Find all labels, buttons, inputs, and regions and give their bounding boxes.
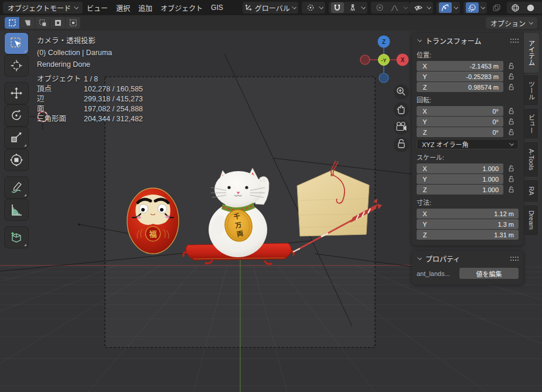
tool-select-box-button[interactable] — [5, 33, 28, 54]
svg-text:万: 万 — [234, 221, 242, 229]
tool-cursor-button[interactable] — [5, 55, 28, 76]
tool-move-button[interactable] — [5, 83, 28, 104]
transform-panel-header[interactable]: トランスフォーム — [417, 35, 519, 47]
dimensions-y-field[interactable]: Y1.3 m — [417, 219, 519, 229]
lock-icon[interactable] — [503, 118, 519, 125]
lock-icon[interactable] — [503, 129, 519, 136]
xray-toggle[interactable] — [490, 2, 503, 13]
pivot-point-dropdown[interactable] — [302, 2, 325, 13]
shading-solid-button[interactable] — [524, 2, 537, 13]
chevron-down-icon — [480, 5, 485, 9]
gizmo-neg-z-ball[interactable] — [379, 73, 388, 83]
menu-add[interactable]: 追加 — [134, 2, 156, 14]
panel-grip-icon[interactable] — [510, 39, 519, 43]
rotation-z-row: Z0° — [417, 127, 519, 137]
dimensions-x-field[interactable]: X1.12 m — [417, 209, 519, 219]
options-dropdown[interactable]: オプション — [486, 17, 537, 29]
svg-text:X: X — [401, 57, 405, 63]
menu-view[interactable]: ビュー — [83, 2, 112, 14]
stat-label: オブジェクト — [37, 74, 84, 84]
stat-value: 1 / 8 — [84, 74, 98, 84]
tab-item[interactable]: アイテム — [524, 33, 539, 73]
show-overlays-toggle[interactable] — [466, 2, 479, 13]
select-mode-subtract-button[interactable] — [50, 17, 65, 29]
dimensions-x-row: X1.12 m — [417, 209, 519, 219]
select-mode-intersect-button[interactable] — [66, 17, 80, 29]
lock-icon[interactable] — [503, 108, 519, 115]
location-x-field[interactable]: X-2.1453 m — [417, 61, 503, 71]
snap-target-icon[interactable] — [346, 2, 359, 13]
tool-annotate-button[interactable] — [5, 177, 28, 198]
mode-label: オブジェクトモード — [8, 3, 71, 13]
scale-label: スケール: — [417, 152, 519, 162]
gizmo-neg-x-ball[interactable] — [360, 55, 370, 64]
svg-text:Z: Z — [382, 39, 386, 45]
editor-header: オブジェクトモード ビュー 選択 追加 オブジェクト GIS グローバル — [0, 0, 542, 15]
location-z-field[interactable]: Z0.98574 m — [417, 82, 503, 92]
tool-scale-button[interactable] — [5, 127, 28, 148]
svg-text:-Y: -Y — [381, 57, 387, 63]
location-x-row: X-2.1453 m — [417, 61, 519, 71]
chevron-down-icon — [74, 5, 79, 9]
submenu-triangle — [24, 244, 26, 246]
lock-icon[interactable] — [503, 176, 519, 183]
render-status-text: Rendering Done — [37, 59, 143, 70]
tool-rotate-button[interactable] — [5, 105, 28, 126]
rotation-z-field[interactable]: Z0° — [417, 127, 503, 137]
scene-statistics: オブジェクト1 / 8 頂点102,278 / 160,585 辺299,318… — [37, 74, 143, 124]
scale-y-field[interactable]: Y1.000 — [417, 174, 503, 184]
transform-orientation-dropdown[interactable]: グローバル — [243, 2, 298, 13]
pivot-point-icon — [304, 2, 317, 13]
tool-transform-button[interactable] — [5, 149, 28, 171]
tab-view[interactable]: ビュー — [524, 108, 539, 139]
tool-add-cube-button[interactable] — [5, 227, 28, 248]
shading-wireframe-button[interactable] — [509, 2, 522, 13]
visibility-dropdown[interactable] — [410, 2, 433, 13]
select-mode-extend-button[interactable] — [35, 17, 50, 29]
mode-dropdown[interactable]: オブジェクトモード — [3, 2, 83, 13]
dimensions-z-field[interactable]: Z1.31 m — [417, 230, 519, 240]
location-z-row: Z0.98574 m — [417, 82, 519, 92]
lock-icon[interactable] — [503, 73, 519, 80]
show-gizmo-toggle[interactable] — [439, 2, 452, 13]
menu-select[interactable]: 選択 — [112, 2, 134, 14]
snap-magnet-toggle[interactable] — [331, 2, 344, 13]
location-y-field[interactable]: Y-0.25283 m — [417, 71, 503, 81]
lock-icon[interactable] — [503, 186, 519, 193]
lock-icon[interactable] — [503, 84, 519, 91]
proportional-falloff-icon[interactable] — [388, 2, 401, 13]
panel-collapse-icon — [417, 255, 422, 260]
eye-pointer-icon — [412, 2, 425, 13]
shading-material-button[interactable] — [540, 2, 542, 13]
rotation-x-field[interactable]: X0° — [417, 106, 503, 116]
tab-tool[interactable]: ツール — [524, 74, 539, 106]
panel-grip-icon[interactable] — [510, 257, 519, 261]
tool-measure-button[interactable] — [5, 199, 28, 220]
lock-icon[interactable] — [503, 63, 519, 70]
snapping-controls — [329, 2, 367, 13]
rotation-mode-dropdown[interactable]: XYZ オイラー角 — [417, 139, 519, 149]
tab-dream[interactable]: Dream — [524, 204, 539, 236]
tab-a-tools[interactable]: A-Tools — [524, 141, 539, 178]
scale-z-field[interactable]: Z1.000 — [417, 185, 503, 195]
menu-gis[interactable]: GIS — [207, 2, 227, 13]
select-mode-tweak-button[interactable] — [5, 17, 19, 29]
rotation-x-row: X0° — [417, 106, 519, 116]
select-mode-set-button[interactable] — [20, 17, 35, 29]
daruma-object[interactable]: 福 — [127, 188, 179, 254]
scale-x-field[interactable]: X1.000 — [417, 163, 503, 173]
svg-text:福: 福 — [148, 230, 156, 238]
tab-ra[interactable]: RA — [524, 179, 539, 203]
lock-icon[interactable] — [503, 165, 519, 172]
sidebar-tabs: アイテム ツール ビュー A-Tools RA Dream — [524, 33, 541, 236]
proportional-edit-toggle[interactable] — [373, 2, 386, 13]
properties-panel-header[interactable]: プロパティ — [417, 253, 519, 265]
scale-z-row: Z1.000 — [417, 185, 519, 195]
dimensions-z-row: Z1.31 m — [417, 230, 519, 240]
panel-collapse-icon — [417, 38, 422, 42]
viewport-3d[interactable]: 福 — [0, 30, 542, 392]
edit-value-button[interactable]: 値を編集 — [459, 268, 519, 279]
rotation-y-row: Y0° — [417, 117, 519, 127]
rotation-y-field[interactable]: Y0° — [417, 117, 503, 127]
menu-object[interactable]: オブジェクト — [156, 2, 207, 14]
